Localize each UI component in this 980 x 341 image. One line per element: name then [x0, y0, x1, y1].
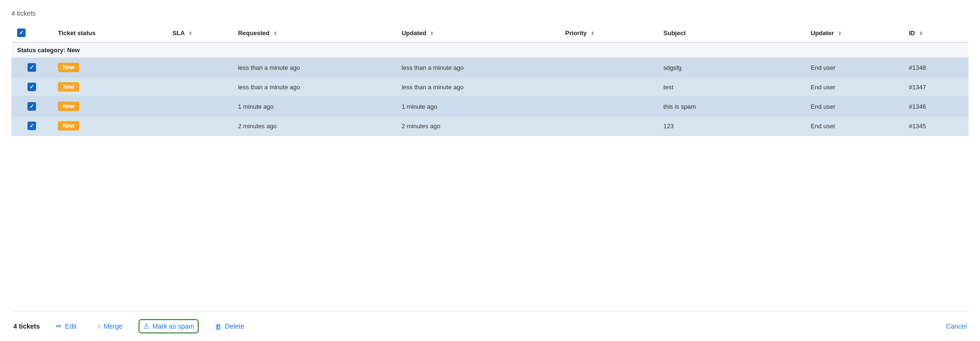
table-header: Ticket status SLA ⇕ Requested ⇕ Updated …	[11, 24, 969, 42]
row-updated: less than a minute ago	[396, 58, 560, 77]
row-checkbox[interactable]	[28, 102, 36, 111]
table-body: Status category: New New less than a min…	[11, 42, 969, 136]
spam-icon: ⚠	[143, 322, 149, 331]
col-header-updated[interactable]: Updated ⇕	[396, 24, 560, 42]
requested-sort-icon: ⇕	[273, 31, 277, 36]
row-status: New	[52, 58, 166, 77]
row-requested: 1 minute ago	[232, 97, 396, 116]
row-priority	[560, 77, 658, 97]
row-id: #1345	[903, 116, 969, 136]
row-checkbox-cell	[11, 116, 52, 136]
tickets-table: Ticket status SLA ⇕ Requested ⇕ Updated …	[11, 24, 969, 136]
table-row[interactable]: New 2 minutes ago 2 minutes ago 123 End …	[11, 116, 969, 136]
merge-icon: ↑	[97, 322, 101, 331]
row-updater: End user	[805, 58, 903, 77]
row-checkbox-cell	[11, 97, 52, 116]
status-category-value: New	[67, 47, 80, 54]
col-header-id[interactable]: ID ⇕	[903, 24, 969, 42]
select-all-checkbox[interactable]	[17, 28, 26, 37]
row-updater: End user	[805, 77, 903, 97]
row-requested: less than a minute ago	[232, 58, 396, 77]
edit-icon: ✏	[56, 322, 62, 331]
row-subject: test	[658, 77, 805, 97]
row-priority	[560, 116, 658, 136]
row-status: New	[52, 116, 166, 136]
row-subject: 123	[658, 116, 805, 136]
row-checkbox-cell	[11, 58, 52, 77]
row-subject: sdgsfg	[658, 58, 805, 77]
merge-label: Merge	[104, 322, 123, 330]
status-category-label: Status category:	[17, 47, 65, 54]
updated-sort-icon: ⇕	[430, 31, 434, 36]
row-checkbox[interactable]	[28, 122, 36, 130]
row-sla	[167, 77, 232, 97]
col-header-requested[interactable]: Requested ⇕	[232, 24, 396, 42]
status-badge: New	[58, 121, 79, 131]
row-checkbox[interactable]	[28, 63, 36, 72]
table-row[interactable]: New less than a minute ago less than a m…	[11, 77, 969, 97]
merge-button[interactable]: ↑ Merge	[92, 320, 127, 333]
row-sla	[167, 97, 232, 116]
spam-label: Mark as spam	[152, 322, 194, 330]
delete-icon: 🗑	[215, 322, 222, 331]
footer-count: 4 tickets	[13, 322, 40, 330]
row-updated: less than a minute ago	[396, 77, 560, 97]
header-checkbox-cell	[11, 24, 52, 42]
id-sort-icon: ⇕	[919, 31, 923, 36]
col-header-priority[interactable]: Priority ⇕	[560, 24, 658, 42]
row-updated: 1 minute ago	[396, 97, 560, 116]
delete-label: Delete	[225, 322, 244, 330]
row-priority	[560, 58, 658, 77]
row-subject: this is spam	[658, 97, 805, 116]
status-category-cell: Status category: New	[11, 42, 969, 58]
delete-button[interactable]: 🗑 Delete	[210, 320, 249, 333]
row-id: #1348	[903, 58, 969, 77]
row-checkbox-cell	[11, 77, 52, 97]
col-header-subject: Subject	[658, 24, 805, 42]
cancel-button[interactable]: Cancel	[946, 322, 967, 330]
row-status: New	[52, 77, 166, 97]
edit-label: Edit	[65, 322, 76, 330]
mark-as-spam-button[interactable]: ⚠ Mark as spam	[139, 319, 199, 333]
priority-sort-icon: ⇕	[591, 31, 594, 36]
footer-bar: 4 tickets ✏ Edit ↑ Merge ⚠ Mark as spam …	[11, 311, 969, 341]
row-checkbox[interactable]	[28, 83, 36, 91]
updater-sort-icon: ⇕	[838, 31, 841, 36]
col-header-ticket-status: Ticket status	[52, 24, 166, 42]
row-updater: End user	[805, 116, 903, 136]
row-priority	[560, 97, 658, 116]
tickets-header-count: 4 tickets	[11, 9, 969, 17]
col-header-sla[interactable]: SLA ⇕	[167, 24, 232, 42]
status-badge: New	[58, 63, 79, 72]
tickets-table-wrapper: Ticket status SLA ⇕ Requested ⇕ Updated …	[11, 24, 969, 307]
row-sla	[167, 116, 232, 136]
row-status: New	[52, 97, 166, 116]
row-updater: End user	[805, 97, 903, 116]
sla-sort-icon: ⇕	[188, 31, 192, 36]
row-requested: less than a minute ago	[232, 77, 396, 97]
col-header-updater[interactable]: Updater ⇕	[805, 24, 903, 42]
status-badge: New	[58, 82, 79, 92]
row-sla	[167, 58, 232, 77]
row-requested: 2 minutes ago	[232, 116, 396, 136]
row-id: #1346	[903, 97, 969, 116]
table-row[interactable]: New less than a minute ago less than a m…	[11, 58, 969, 77]
edit-button[interactable]: ✏ Edit	[51, 319, 81, 333]
table-row[interactable]: New 1 minute ago 1 minute ago this is sp…	[11, 97, 969, 116]
row-updated: 2 minutes ago	[396, 116, 560, 136]
status-badge: New	[58, 102, 79, 111]
row-id: #1347	[903, 77, 969, 97]
status-category-row: Status category: New	[11, 42, 969, 58]
